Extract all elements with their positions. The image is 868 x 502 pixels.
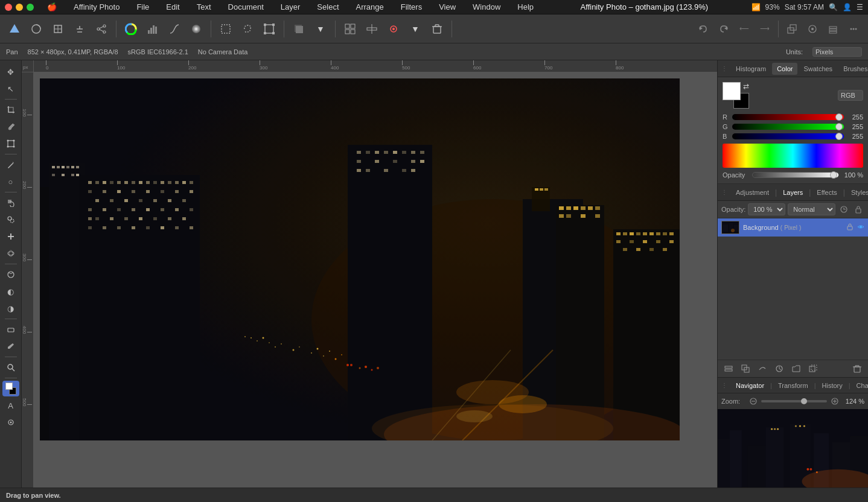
- redo-btn[interactable]: [714, 19, 733, 39]
- canvas-area[interactable]: px 0 100 200 300 400 500 600 700 800 100: [22, 60, 717, 488]
- tool-crop[interactable]: [2, 102, 19, 118]
- pixel-persona-btn[interactable]: [48, 19, 68, 39]
- tool-flood-fill[interactable]: [2, 195, 19, 211]
- brush-tool-btn[interactable]: [384, 19, 403, 39]
- tab-adjustment[interactable]: Adjustment: [731, 186, 774, 199]
- tab-history[interactable]: History: [817, 380, 847, 391]
- color-model-dropdown[interactable]: RGB CMYK HSL LAB: [838, 90, 863, 101]
- fg-color-swatch[interactable]: [723, 82, 741, 100]
- snapping-btn[interactable]: [362, 19, 381, 39]
- tool-macro[interactable]: [2, 415, 19, 430]
- add-folder-btn[interactable]: [789, 363, 803, 375]
- tab-transform[interactable]: Transform: [773, 380, 813, 391]
- brush-dropdown-btn[interactable]: ▼: [406, 19, 425, 39]
- menu-icon[interactable]: ☰: [857, 3, 863, 11]
- user-icon[interactable]: 👤: [843, 3, 852, 11]
- add-adjustment-btn[interactable]: [755, 363, 770, 375]
- color-picker2-btn[interactable]: [803, 19, 822, 39]
- develop-persona-btn[interactable]: [27, 19, 46, 39]
- canvas-wrapper[interactable]: [34, 72, 717, 488]
- tab-layers[interactable]: Layers: [778, 186, 808, 199]
- spotlight-icon[interactable]: 🔍: [829, 3, 838, 11]
- minimize-button[interactable]: [16, 4, 23, 11]
- units-dropdown[interactable]: Pixels Inches Millimeters Centimeters: [812, 47, 862, 57]
- composite-dropdown-btn[interactable]: ▼: [311, 19, 330, 39]
- rect-select-btn[interactable]: [216, 19, 235, 39]
- tab-swatches[interactable]: Swatches: [799, 63, 837, 75]
- tab-histogram[interactable]: Histogram: [731, 63, 771, 75]
- menu-document[interactable]: Document: [225, 2, 267, 11]
- channel-g-slider[interactable]: [732, 124, 844, 130]
- levels-btn[interactable]: [143, 19, 162, 39]
- blend-mode-dropdown[interactable]: Normal Multiply Screen Overlay: [788, 203, 835, 215]
- curves-btn[interactable]: [165, 19, 184, 39]
- navigator-preview[interactable]: [718, 409, 868, 488]
- tool-clone[interactable]: [2, 212, 19, 227]
- add-live-filter-btn[interactable]: [772, 363, 787, 375]
- more-btn[interactable]: [844, 19, 863, 39]
- add-layer-group-btn[interactable]: [721, 363, 736, 375]
- arrange-btn[interactable]: [782, 19, 802, 39]
- channel-r-slider[interactable]: [732, 114, 844, 120]
- tab-navigator[interactable]: Navigator: [731, 380, 769, 391]
- tool-dodge[interactable]: ◐: [2, 284, 19, 299]
- redo2-btn[interactable]: ⟶: [755, 19, 774, 39]
- layer-opacity-input[interactable]: 100 % 75 % 50 % 25 %: [748, 203, 785, 215]
- tab-channels[interactable]: Channels: [852, 380, 868, 391]
- tool-paint-mixer[interactable]: [2, 267, 19, 282]
- tool-move[interactable]: ✥: [2, 64, 19, 80]
- zoom-out-btn[interactable]: [748, 396, 759, 407]
- tool-erase[interactable]: [2, 322, 19, 337]
- tool-blur[interactable]: [2, 246, 19, 261]
- tab-effects[interactable]: Effects: [812, 186, 841, 199]
- opacity-slider[interactable]: [752, 172, 839, 178]
- tool-color-picker[interactable]: [2, 338, 19, 354]
- swap-colors-icon[interactable]: ⇄: [743, 82, 749, 91]
- layer-lock-btn[interactable]: [852, 203, 864, 215]
- share-btn[interactable]: [92, 19, 111, 39]
- affinity-logo-btn[interactable]: [5, 19, 24, 39]
- lasso-select-btn[interactable]: [238, 19, 257, 39]
- tool-transform[interactable]: [2, 136, 19, 151]
- undo-btn[interactable]: [694, 19, 713, 39]
- undo2-btn[interactable]: ⟵: [735, 19, 754, 39]
- layers2-btn[interactable]: [823, 19, 843, 39]
- menu-filters[interactable]: Filters: [397, 2, 426, 11]
- menu-help[interactable]: Help: [514, 2, 537, 11]
- composite-btn[interactable]: [289, 19, 308, 39]
- channel-b-slider[interactable]: [732, 133, 844, 139]
- tab-styles[interactable]: Styles: [846, 186, 868, 199]
- menu-file[interactable]: File: [133, 2, 153, 11]
- layer-item-background[interactable]: Background ( Pixel ): [718, 218, 868, 237]
- delete-layer-btn[interactable]: [850, 363, 864, 375]
- menu-select[interactable]: Select: [313, 2, 342, 11]
- tool-pen[interactable]: [2, 157, 19, 173]
- menu-layer[interactable]: Layer: [277, 2, 304, 11]
- color-spectrum[interactable]: [723, 144, 863, 168]
- zoom-slider[interactable]: [761, 400, 827, 402]
- duplicate-layer-btn[interactable]: [806, 363, 820, 375]
- tool-sponge[interactable]: ◑: [2, 300, 19, 316]
- tool-shapes[interactable]: ○: [2, 174, 19, 189]
- menu-view[interactable]: View: [435, 2, 459, 11]
- close-button[interactable]: [5, 4, 12, 11]
- layer-lock-icon[interactable]: [846, 223, 854, 232]
- tool-foreground-bg[interactable]: [2, 381, 19, 396]
- transform-select-btn[interactable]: [260, 19, 279, 39]
- export-persona-btn[interactable]: [70, 19, 89, 39]
- tab-color[interactable]: Color: [772, 63, 797, 75]
- zoom-in-btn[interactable]: [829, 396, 840, 407]
- menu-edit[interactable]: Edit: [162, 2, 183, 11]
- tool-text[interactable]: A: [2, 398, 19, 413]
- color-wheel-btn[interactable]: [121, 19, 141, 39]
- layer-settings-btn[interactable]: [838, 203, 850, 215]
- delete-btn[interactable]: [427, 19, 447, 39]
- layer-visible-icon[interactable]: [857, 223, 864, 232]
- menu-arrange[interactable]: Arrange: [353, 2, 388, 11]
- menu-window[interactable]: Window: [469, 2, 504, 11]
- menu-text[interactable]: Text: [193, 2, 215, 11]
- zoom-button[interactable]: [27, 4, 34, 11]
- menu-affinity-photo[interactable]: Affinity Photo: [70, 2, 123, 11]
- tool-select[interactable]: ↖: [2, 81, 19, 97]
- tool-healing[interactable]: [2, 229, 19, 244]
